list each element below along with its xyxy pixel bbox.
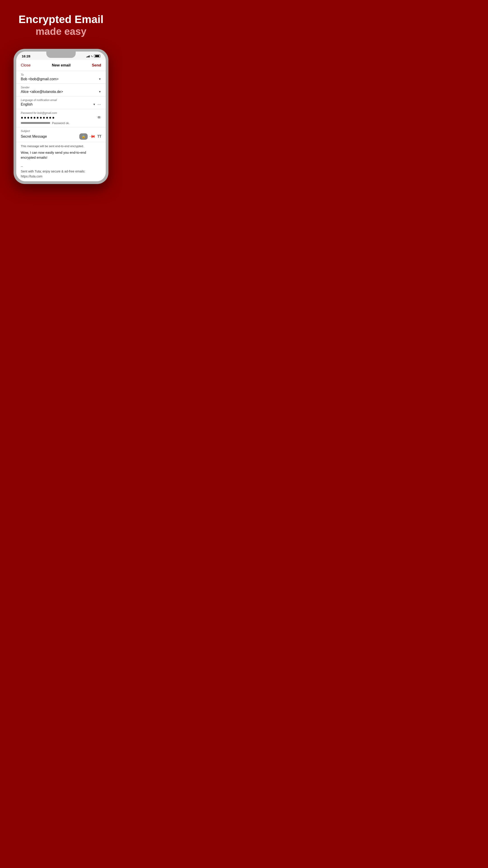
to-label: To: [21, 73, 101, 76]
wifi-icon: ∿: [91, 55, 93, 58]
language-value[interactable]: English: [21, 102, 93, 106]
compose-body: This message will be sent end-to-end enc…: [16, 142, 106, 181]
compose-title: New email: [52, 63, 70, 68]
status-icons: ∿: [86, 55, 100, 58]
status-time: 16:28: [22, 54, 30, 58]
signature: -- Sent with Tuta; enjoy secure & ad-fre…: [21, 164, 101, 179]
hero-title: Encrypted Email: [9, 13, 113, 26]
language-label: Language of notification email: [21, 98, 101, 102]
phone-wrapper: 16:28 ∿ Clos: [0, 44, 122, 217]
body-text[interactable]: Wow, I can now easily send you end-to-en…: [21, 150, 101, 160]
send-button[interactable]: Send: [92, 63, 101, 68]
language-field-group: Language of notification email English ▼…: [16, 96, 106, 109]
text-size-icon[interactable]: TT: [97, 134, 101, 138]
signal-bars-icon: [86, 55, 90, 57]
password-strength-text: Password ok.: [52, 121, 70, 125]
to-dropdown-icon[interactable]: ▼: [98, 78, 101, 81]
battery-icon: [94, 55, 100, 58]
signature-line3: https://tuta.com: [21, 174, 101, 179]
subject-label: Subject: [21, 129, 101, 133]
phone-inner: 16:28 ∿ Clos: [16, 52, 106, 181]
lock-button[interactable]: 🔒: [79, 133, 88, 140]
toggle-password-icon[interactable]: 👁: [97, 115, 101, 120]
subject-icons: 🔒 📌 TT: [79, 133, 101, 140]
notch: [46, 52, 76, 58]
encrypted-notice: This message will be sent end-to-end enc…: [21, 145, 101, 148]
subject-row: Secret Message 🔒 📌 TT: [21, 133, 101, 140]
password-strength-row: Password ok.: [21, 121, 101, 125]
lock-icon: 🔒: [82, 135, 86, 138]
language-dropdown-icon[interactable]: ▼: [93, 103, 96, 106]
sender-label: Sender: [21, 86, 101, 89]
to-row: Bob <bob@gmail.com> ▼: [21, 77, 101, 81]
sender-actions: ▼: [98, 90, 101, 93]
compose-header: Close New email Send: [16, 60, 106, 71]
password-row: ●●●●●●●●●●● 👁: [21, 115, 101, 120]
sender-value[interactable]: Alice <alice@tutanota.de>: [21, 90, 98, 94]
attachment-icon[interactable]: 📌: [89, 133, 96, 140]
signature-line2: Sent with Tuta; enjoy secure & ad-free e…: [21, 169, 101, 174]
language-row: English ▼ ⋯: [21, 102, 101, 107]
close-button[interactable]: Close: [21, 63, 31, 68]
signature-line1: --: [21, 164, 101, 169]
to-field-group: To Bob <bob@gmail.com> ▼: [16, 71, 106, 84]
to-actions: ▼: [98, 78, 101, 81]
password-field-group: Password for bob@gmail.com ●●●●●●●●●●● 👁…: [16, 109, 106, 127]
language-more-icon[interactable]: ⋯: [97, 102, 101, 107]
sender-row: Alice <alice@tutanota.de> ▼: [21, 90, 101, 94]
password-input[interactable]: ●●●●●●●●●●●: [21, 115, 97, 120]
hero-section: Encrypted Email made easy: [0, 0, 122, 44]
subject-input[interactable]: Secret Message: [21, 134, 79, 138]
language-actions: ▼ ⋯: [93, 102, 101, 107]
password-actions: 👁: [97, 115, 101, 120]
to-value[interactable]: Bob <bob@gmail.com>: [21, 77, 98, 81]
hero-subtitle: made easy: [9, 26, 113, 37]
phone-frame: 16:28 ∿ Clos: [13, 49, 108, 184]
password-strength-bar: [21, 122, 50, 124]
sender-dropdown-icon[interactable]: ▼: [98, 90, 101, 93]
email-compose: Close New email Send To Bob <bob@gmail.c…: [16, 60, 106, 181]
subject-field-group: Subject Secret Message 🔒 📌 TT: [16, 127, 106, 142]
sender-field-group: Sender Alice <alice@tutanota.de> ▼: [16, 84, 106, 96]
status-bar: 16:28 ∿: [16, 52, 106, 60]
password-label: Password for bob@gmail.com: [21, 112, 101, 115]
